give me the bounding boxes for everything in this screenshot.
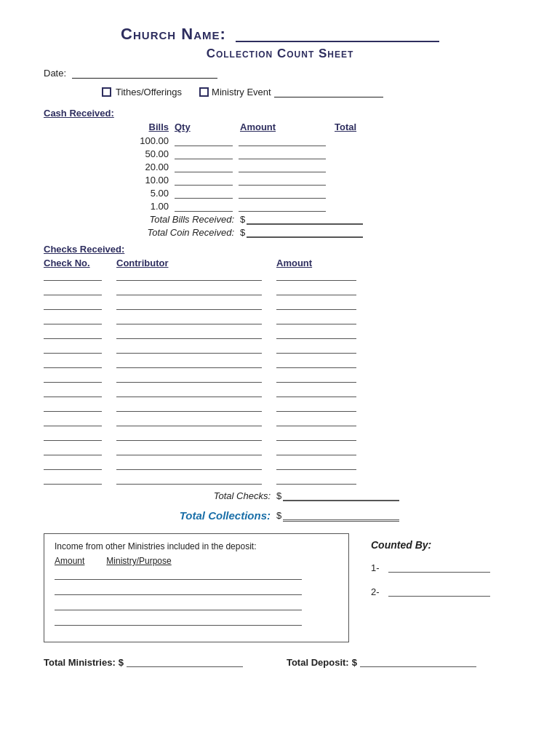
check-row: [44, 359, 516, 370]
qty-10-input[interactable]: [175, 175, 233, 186]
ministry-cols-header: Amount Ministry/Purpose: [55, 556, 338, 566]
ministry-event-checkbox[interactable]: [199, 87, 209, 97]
ministry-line-2[interactable]: [55, 586, 302, 595]
amount-5-input[interactable]: [239, 188, 326, 199]
contributor-input-14[interactable]: [116, 461, 262, 470]
qty-col-header: Qty: [175, 121, 240, 132]
counted-by-row-2: 2-: [371, 586, 516, 597]
ministry-purpose-col: Ministry/Purpose: [106, 556, 171, 566]
total-checks-input[interactable]: [283, 491, 399, 501]
amount-check-input-4[interactable]: [276, 315, 356, 324]
ministry-line-3[interactable]: [55, 601, 302, 610]
check-no-input-10[interactable]: [44, 402, 102, 412]
tithes-checkbox[interactable]: [102, 87, 111, 97]
check-no-input-12[interactable]: [44, 431, 102, 441]
amount-check-input-7[interactable]: [276, 359, 356, 368]
check-no-input-4[interactable]: [44, 315, 102, 324]
contributor-input-4[interactable]: [116, 315, 262, 324]
amount-check-input-9[interactable]: [276, 388, 356, 397]
qty-1-input[interactable]: [175, 202, 233, 212]
amount-check-input-11[interactable]: [276, 417, 356, 426]
total-ministries-currency: $: [119, 657, 124, 668]
bill-20: 20.00: [44, 162, 175, 172]
total-bills-input[interactable]: [247, 215, 363, 225]
amount-check-input-15[interactable]: [276, 475, 356, 485]
contributor-input-6[interactable]: [116, 344, 262, 354]
church-name-input-line: [236, 22, 439, 42]
counted-by-input-2[interactable]: [388, 587, 490, 597]
check-no-input-1[interactable]: [44, 271, 102, 281]
check-no-input-5[interactable]: [44, 330, 102, 339]
check-no-input-7[interactable]: [44, 359, 102, 368]
check-no-input-11[interactable]: [44, 417, 102, 426]
contributor-input-15[interactable]: [116, 475, 262, 485]
ministry-row-2: [55, 586, 338, 597]
check-row: [44, 446, 516, 457]
contributor-input-10[interactable]: [116, 402, 262, 412]
amount-50-input[interactable]: [239, 149, 326, 159]
amount-check-input-3[interactable]: [276, 300, 356, 310]
ministry-event-checkbox-item[interactable]: Ministry Event: [199, 86, 383, 97]
check-no-input-14[interactable]: [44, 461, 102, 470]
amount-col-header: Amount: [240, 121, 335, 132]
contributor-input-5[interactable]: [116, 330, 262, 339]
amount-check-input-6[interactable]: [276, 344, 356, 354]
check-no-input-15[interactable]: [44, 475, 102, 485]
check-no-input-2[interactable]: [44, 286, 102, 295]
dollar-sign-total: $: [276, 510, 281, 521]
contributor-input-12[interactable]: [116, 431, 262, 441]
contributor-input-7[interactable]: [116, 359, 262, 368]
total-ministries-input[interactable]: [127, 658, 243, 667]
amount-10-input[interactable]: [239, 175, 326, 186]
contributor-input-8[interactable]: [116, 373, 262, 383]
bill-50: 50.00: [44, 148, 175, 159]
dollar-sign-bills: $: [240, 214, 245, 225]
amount-check-input-13[interactable]: [276, 446, 356, 455]
amount-check-input-8[interactable]: [276, 373, 356, 383]
date-line: Date:: [44, 67, 516, 79]
total-coins-input[interactable]: [247, 228, 363, 238]
contributor-input-11[interactable]: [116, 417, 262, 426]
tithes-checkbox-item[interactable]: Tithes/Offerings: [102, 87, 182, 97]
amount-check-input-12[interactable]: [276, 431, 356, 441]
check-no-input-3[interactable]: [44, 300, 102, 310]
amount-check-input-14[interactable]: [276, 461, 356, 470]
check-row: [44, 271, 516, 282]
check-no-input-6[interactable]: [44, 344, 102, 354]
amount-check-input-5[interactable]: [276, 330, 356, 339]
contributor-input-3[interactable]: [116, 300, 262, 310]
contributor-input-1[interactable]: [116, 271, 262, 281]
counted-by-num-1: 1-: [371, 562, 385, 573]
check-no-input-13[interactable]: [44, 446, 102, 455]
amount-20-input[interactable]: [239, 162, 326, 172]
cash-columns-header: Bills Qty Amount Total: [44, 121, 516, 132]
qty-50-input[interactable]: [175, 149, 233, 159]
check-no-input-8[interactable]: [44, 373, 102, 383]
ministry-line-4[interactable]: [55, 616, 302, 626]
total-collections-input[interactable]: [283, 509, 399, 522]
amount-checks-col-header: Amount: [276, 258, 371, 268]
checks-received-section: Checks Received: Check No. Contributor A…: [44, 244, 516, 501]
ministry-line-1[interactable]: [55, 570, 302, 580]
amount-100-input[interactable]: [239, 136, 326, 146]
amount-check-input-2[interactable]: [276, 286, 356, 295]
check-row: [44, 388, 516, 399]
qty-5-input[interactable]: [175, 188, 233, 199]
amount-1-input[interactable]: [239, 202, 326, 212]
check-no-input-9[interactable]: [44, 388, 102, 397]
total-deposit-input[interactable]: [360, 658, 476, 667]
amount-check-input-1[interactable]: [276, 271, 356, 281]
cash-row-50: 50.00: [44, 148, 516, 159]
contributor-input-9[interactable]: [116, 388, 262, 397]
amount-check-input-10[interactable]: [276, 402, 356, 412]
ministry-box: Income from other Ministries included in…: [44, 533, 349, 642]
counted-by-title: Counted By:: [371, 539, 516, 551]
ministry-box-title: Income from other Ministries included in…: [55, 541, 338, 551]
contributor-input-2[interactable]: [116, 286, 262, 295]
qty-100-input[interactable]: [175, 136, 233, 146]
contributor-input-13[interactable]: [116, 446, 262, 455]
qty-20-input[interactable]: [175, 162, 233, 172]
counted-by-input-1[interactable]: [388, 563, 490, 573]
ministry-event-input-line: [274, 86, 383, 97]
bottom-section: Income from other Ministries included in…: [44, 533, 516, 642]
